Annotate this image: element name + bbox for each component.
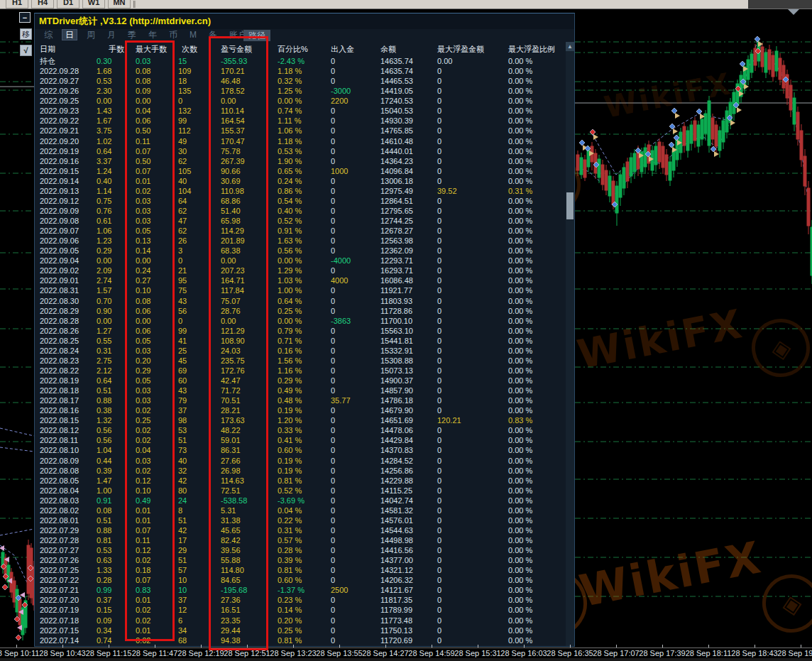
- table-row[interactable]: 2022.08.240.310.032524.030.16 %015332.91…: [35, 346, 566, 356]
- timeframe-button-h4[interactable]: H4: [31, 0, 54, 9]
- table-row[interactable]: 2022.07.140.740.026894.380.81 %011720.69…: [35, 635, 566, 645]
- table-cell: 2022.07.27: [35, 545, 92, 555]
- table-row[interactable]: 2022.09.281.680.08109170.211.18 %014635.…: [35, 66, 566, 76]
- table-row[interactable]: 2022.09.250.000.0000.000.00 %220017240.5…: [35, 96, 566, 106]
- time-tick: [155, 645, 155, 648]
- table-row[interactable]: 2022.08.190.640.056042.470.29 %014900.37…: [35, 376, 566, 386]
- table-row[interactable]: 2022.08.080.390.023226.980.19 %014256.86…: [35, 466, 566, 476]
- check-button[interactable]: √: [20, 45, 32, 56]
- table-row[interactable]: 2022.07.251.330.1857114.800.81 %014321.1…: [35, 565, 566, 575]
- move-button[interactable]: 移: [20, 28, 32, 40]
- table-row[interactable]: 2022.09.221.670.0699164.541.11 %014930.3…: [35, 116, 566, 126]
- table-row[interactable]: 2022.08.090.440.034027.660.19 %014284.52…: [35, 456, 566, 466]
- ma-line: [0, 447, 34, 452]
- table-row[interactable]: 持仓0.300.0315-355.93-2.43 %014635.740.000…: [35, 56, 566, 66]
- table-row[interactable]: 2022.09.040.000.0000.000.00 %-400012293.…: [35, 256, 566, 266]
- table-row[interactable]: 2022.08.290.900.065628.760.25 %011728.86…: [35, 306, 566, 316]
- minimize-button[interactable]: −: [19, 12, 31, 23]
- chevron-down-icon[interactable]: [788, 9, 799, 15]
- path-button[interactable]: 路径: [243, 30, 270, 41]
- tab-备[interactable]: 备: [206, 29, 220, 40]
- table-row[interactable]: 2022.09.270.530.081846.480.32 %014465.53…: [35, 76, 566, 86]
- table-row[interactable]: 2022.08.120.560.025348.220.33 %014478.06…: [35, 425, 566, 435]
- table-row[interactable]: 2022.09.140.400.014030.690.24 %013006.18…: [35, 176, 566, 186]
- panel-scrollbar[interactable]: ▲: [566, 42, 574, 646]
- table-row[interactable]: 2022.08.311.570.1075117.841.00 %011921.7…: [35, 285, 566, 295]
- table-row[interactable]: 2022.07.180.090.02623.350.20 %011773.480…: [35, 616, 566, 626]
- table-row[interactable]: 2022.07.270.530.122939.560.28 %014416.56…: [35, 545, 566, 555]
- table-row[interactable]: 2022.08.110.560.025159.010.41 %014429.84…: [35, 435, 566, 445]
- table-row[interactable]: 2022.08.151.320.2598173.631.20 %014651.6…: [35, 415, 566, 425]
- tab-综[interactable]: 综: [41, 29, 55, 40]
- table-row[interactable]: 2022.08.051.470.1242114.630.81 %014229.8…: [35, 476, 566, 486]
- tab-季[interactable]: 季: [125, 29, 139, 40]
- table-row[interactable]: 2022.09.120.750.036468.860.54 %012864.51…: [35, 196, 566, 206]
- table-cell: 0.25 %: [273, 306, 326, 316]
- tab-周[interactable]: 周: [84, 29, 98, 40]
- table-row[interactable]: 2022.08.250.550.0541108.900.71 %015441.8…: [35, 336, 566, 346]
- table-row[interactable]: 2022.07.220.280.071084.650.60 %014206.32…: [35, 575, 566, 585]
- scrollbar-thumb[interactable]: [566, 192, 574, 219]
- table-row[interactable]: 2022.09.163.370.5062267.391.90 %014364.2…: [35, 156, 566, 166]
- table-cell: 0: [432, 216, 503, 226]
- table-row[interactable]: 2022.07.280.810.111782.420.57 %014498.98…: [35, 535, 566, 545]
- table-row[interactable]: 2022.09.231.430.04132110.140.74 %015040.…: [35, 106, 566, 116]
- table-row[interactable]: 2022.09.071.060.0562114.290.91 %012678.2…: [35, 226, 566, 236]
- table-row[interactable]: 2022.09.080.610.034765.980.52 %012744.25…: [35, 216, 566, 226]
- table-row[interactable]: 2022.07.150.340.013429.440.25 %011750.13…: [35, 626, 566, 635]
- table-cell: 0: [432, 435, 503, 445]
- table-cell: 2022.09.06: [35, 236, 92, 246]
- table-cell: 0.03: [131, 196, 173, 206]
- table-row[interactable]: 2022.09.050.290.14368.380.56 %012362.090…: [35, 246, 566, 256]
- table-cell: 1.04: [92, 445, 131, 455]
- candle-body: [669, 162, 671, 180]
- scroll-up-icon[interactable]: ▲: [566, 42, 574, 51]
- table-row[interactable]: 2022.08.180.510.034371.720.49 %014857.90…: [35, 386, 566, 395]
- table-row[interactable]: 2022.07.260.630.025155.880.39 %014377.00…: [35, 555, 566, 565]
- table-row[interactable]: 2022.09.131.140.02104110.980.86 %012975.…: [35, 186, 566, 196]
- table-cell: 0: [326, 405, 375, 415]
- table-cell: 1.00 %: [273, 285, 326, 295]
- table-row[interactable]: 2022.08.020.080.0185.310.04 %014581.3200…: [35, 506, 566, 515]
- table-row[interactable]: 2022.08.261.270.0699121.290.79 %015563.1…: [35, 326, 566, 336]
- table-row[interactable]: 2022.08.170.880.037970.510.48 %35.771478…: [35, 395, 566, 405]
- tab-M[interactable]: M: [187, 29, 199, 40]
- tab-币[interactable]: 币: [166, 29, 180, 40]
- timeframe-button-mn[interactable]: MN: [108, 0, 131, 9]
- table-row[interactable]: 2022.08.160.380.023728.210.19 %014679.90…: [35, 405, 566, 415]
- tab-月[interactable]: 月: [104, 29, 119, 40]
- table-row[interactable]: 2022.07.290.880.074245.650.31 %014544.63…: [35, 525, 566, 535]
- table-row[interactable]: 2022.09.213.750.50112155.371.06 %014765.…: [35, 126, 566, 136]
- table-row[interactable]: 2022.07.130.210.048883.780.28 %011632.84…: [35, 645, 566, 646]
- table-row[interactable]: 2022.07.210.990.8310-195.68-1.37 %250014…: [35, 585, 566, 595]
- table-cell: 0: [432, 555, 503, 565]
- table-row[interactable]: 2022.09.190.640.073075.780.53 %014440.01…: [35, 146, 566, 156]
- table-cell: 2022.09.28: [35, 66, 92, 76]
- table-row[interactable]: 2022.08.232.750.2045235.751.56 %015308.8…: [35, 356, 566, 366]
- table-row[interactable]: 2022.07.200.370.013727.360.23 %011817.35…: [35, 595, 566, 605]
- tab-年[interactable]: 年: [146, 29, 160, 40]
- table-cell: 42.47: [216, 376, 273, 386]
- table-row[interactable]: 2022.08.101.040.047386.310.60 %014370.83…: [35, 445, 566, 455]
- timeframe-button-w1[interactable]: W1: [82, 0, 105, 9]
- table-row[interactable]: 2022.08.010.510.015131.380.22 %014576.01…: [35, 515, 566, 525]
- table-row[interactable]: 2022.09.151.240.0710590.660.65 %10001409…: [35, 166, 566, 176]
- table-row[interactable]: 2022.09.012.740.2795164.711.03 %40001608…: [35, 275, 566, 285]
- table-row[interactable]: 2022.09.090.760.036251.400.40 %012795.65…: [35, 206, 566, 216]
- table-cell: 0.02: [131, 555, 173, 565]
- timeframe-button-d1[interactable]: D1: [57, 0, 79, 9]
- table-row[interactable]: 2022.08.041.000.108072.510.52 %014115.25…: [35, 486, 566, 496]
- tab-日[interactable]: 日: [62, 29, 77, 40]
- table-cell: 2022.09.22: [35, 116, 92, 126]
- table-row[interactable]: 2022.07.190.150.021216.510.14 %011789.99…: [35, 605, 566, 615]
- timeframe-button-h1[interactable]: H1: [6, 0, 28, 9]
- table-row[interactable]: 2022.08.300.700.084375.070.64 %011803.93…: [35, 296, 566, 306]
- table-cell: 0.79 %: [273, 326, 326, 336]
- table-row[interactable]: 2022.09.022.090.2421207.231.29 %016293.7…: [35, 266, 566, 275]
- table-row[interactable]: 2022.09.201.020.1149170.471.18 %014610.4…: [35, 136, 566, 146]
- table-row[interactable]: 2022.09.262.300.09135178.521.25 %-300014…: [35, 86, 566, 96]
- table-row[interactable]: 2022.08.030.910.4924-538.58-3.69 %014042…: [35, 496, 566, 506]
- table-row[interactable]: 2022.09.061.230.1326201.891.63 %012563.9…: [35, 236, 566, 246]
- table-row[interactable]: 2022.08.280.000.0000.000.00 %-386311700.…: [35, 316, 566, 326]
- table-row[interactable]: 2022.08.222.120.2969172.761.16 %015073.1…: [35, 366, 566, 376]
